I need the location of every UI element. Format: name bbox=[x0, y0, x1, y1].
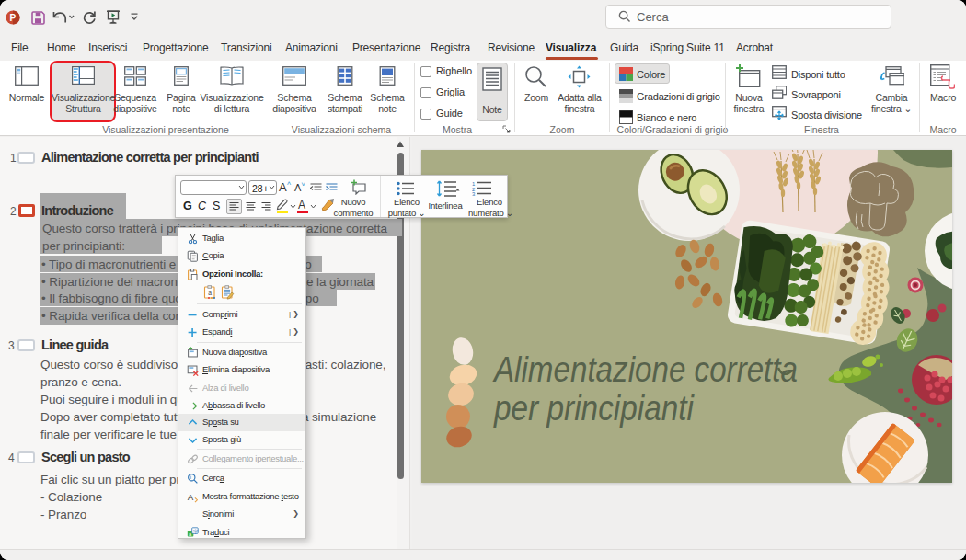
svg-text:P: P bbox=[10, 13, 17, 23]
svg-text:Alimentazione corretta: Alimentazione corretta bbox=[492, 350, 798, 389]
svg-text:A: A bbox=[188, 492, 194, 502]
svg-text:3: 3 bbox=[472, 191, 476, 196]
svg-text:i: i bbox=[190, 474, 191, 480]
svg-text:a: a bbox=[208, 290, 212, 296]
svg-text:per principianti: per principianti bbox=[493, 389, 695, 428]
svg-text:字: 字 bbox=[193, 528, 199, 533]
